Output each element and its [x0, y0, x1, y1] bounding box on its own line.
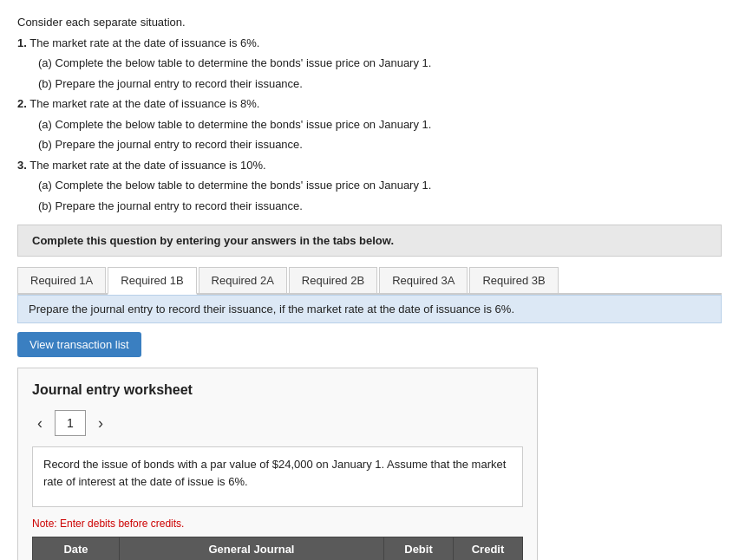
item-2-main: The market rate at the date of issuance …: [29, 97, 259, 110]
page-number: 1: [55, 410, 86, 436]
prev-arrow[interactable]: ‹: [32, 413, 48, 434]
tab-required-3b[interactable]: Required 3B: [469, 267, 558, 293]
item-2-sub-a: (a) Complete the below table to determin…: [38, 116, 722, 133]
complete-banner: Complete this question by entering your …: [17, 225, 722, 257]
intro-text: Consider each separate situation.: [17, 14, 722, 31]
header-general-journal: General Journal: [120, 537, 384, 561]
item-1: 1. The market rate at the date of issuan…: [17, 35, 722, 93]
tab-required-2b[interactable]: Required 2B: [289, 267, 377, 293]
header-debit: Debit: [384, 537, 454, 561]
item-3: 3. The market rate at the date of issuan…: [17, 157, 722, 215]
item-2: 2. The market rate at the date of issuan…: [17, 95, 722, 153]
item-1-number: 1.: [17, 36, 27, 49]
journal-worksheet: Journal entry worksheet ‹ 1 › Record the…: [17, 368, 538, 560]
note-text: Note: Enter debits before credits.: [32, 518, 523, 530]
description-box: Record the issue of bonds with a par val…: [32, 446, 523, 507]
item-1-main: The market rate at the date of issuance …: [29, 36, 259, 49]
journal-title: Journal entry worksheet: [32, 382, 523, 398]
journal-table: Date General Journal Debit Credit Januar…: [32, 537, 523, 560]
tab-required-2a[interactable]: Required 2A: [199, 267, 287, 293]
tab-required-1b[interactable]: Required 1B: [108, 267, 196, 295]
item-3-sub-a: (a) Complete the below table to determin…: [38, 177, 722, 194]
view-transaction-button[interactable]: View transaction list: [17, 332, 141, 357]
tab-required-1a[interactable]: Required 1A: [17, 267, 106, 293]
next-arrow[interactable]: ›: [93, 413, 108, 434]
item-1-sub-a: (a) Complete the below table to determin…: [38, 55, 722, 72]
tabs-container: Required 1A Required 1B Required 2A Requ…: [17, 267, 722, 295]
item-1-sub-b: (b) Prepare the journal entry to record …: [38, 75, 722, 93]
item-3-main: The market rate at the date of issuance …: [29, 159, 265, 172]
header-credit: Credit: [454, 537, 523, 561]
tab-required-3a[interactable]: Required 3A: [379, 267, 468, 293]
item-2-number: 2.: [17, 97, 27, 110]
item-2-sub-b: (b) Prepare the journal entry to record …: [38, 136, 722, 153]
intro-section: Consider each separate situation. 1. The…: [17, 14, 722, 214]
item-3-sub-b: (b) Prepare the journal entry to record …: [38, 198, 722, 215]
table-header-row: Date General Journal Debit Credit: [33, 537, 523, 561]
item-3-number: 3.: [17, 159, 27, 172]
nav-row: ‹ 1 ›: [32, 410, 523, 436]
instruction-bar: Prepare the journal entry to record thei…: [17, 295, 722, 323]
header-date: Date: [33, 537, 120, 561]
